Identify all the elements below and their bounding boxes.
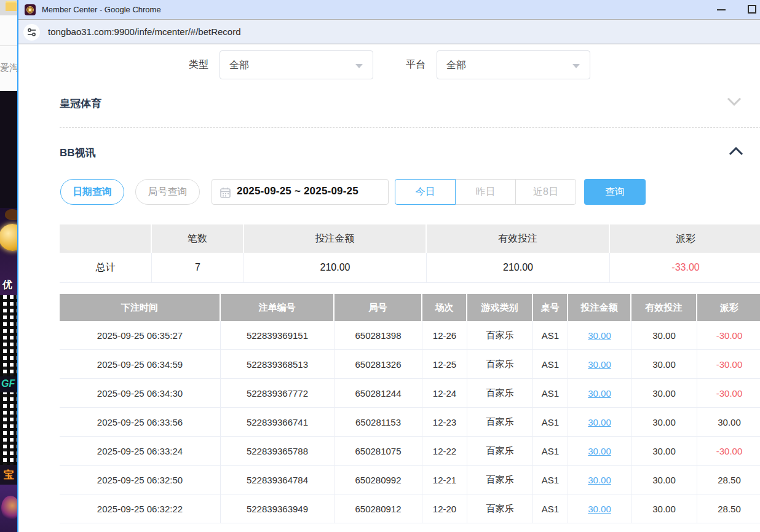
poker-chip-icon [26,6,34,14]
qr-caption-fragment-2: 宝 [0,465,17,485]
round-query-tab[interactable]: 局号查询 [135,179,200,205]
banner-text: 优 [2,279,12,292]
chevron-down-icon[interactable] [727,97,742,106]
qr-caption-text-2: 宝 [4,468,14,482]
type-filter-select[interactable]: 全部 [220,50,373,79]
summary-count-value: 7 [152,253,244,283]
date-query-tab[interactable]: 日期查询 [60,179,124,205]
cell-round-no: 650281244 [334,379,422,408]
site-settings-button[interactable] [23,24,40,41]
bet-amount-link[interactable]: 30.00 [588,359,611,370]
cell-table-no: AS1 [533,494,568,523]
cell-bet-time: 2025-09-25 06:34:30 [60,379,221,408]
yesterday-button[interactable]: 昨日 [455,179,516,205]
header-round-no: 局号 [334,294,422,321]
cell-valid-bet: 30.00 [631,466,697,494]
chevron-up-icon[interactable] [729,147,743,156]
search-button[interactable]: 查询 [584,179,646,205]
type-filter-label: 类型 [189,58,208,71]
quick-date-group: 今日 昨日 近8日 [395,179,576,205]
cell-valid-bet: 30.00 [631,494,697,523]
type-filter-value: 全部 [229,60,249,70]
cell-order-no: 522839363949 [221,494,334,523]
cell-round-no: 650280992 [334,466,422,494]
header-order-no: 注单编号 [221,294,334,321]
cell-table-no: AS1 [533,350,568,379]
cell-round-no: 650281398 [334,321,422,350]
cell-bet-amount: 30.00 [568,466,631,494]
cell-session: 12-24 [422,379,467,408]
platform-filter-value: 全部 [446,60,466,70]
chevron-down-icon [355,64,363,68]
table-row: 2025-09-25 06:34:59522839368513650281326… [60,350,760,379]
bet-amount-link[interactable]: 30.00 [588,504,611,514]
gold-coin-graphic [0,224,17,251]
address-bar[interactable]: tongbao31.com:9900/infe/mcenter/#/betRec… [18,20,760,44]
qr-code-fragment [0,295,17,376]
cell-bet-amount: 30.00 [568,408,631,437]
desktop-shop-text: 爱淘 [0,62,17,74]
summary-header-count: 笔数 [152,224,244,253]
today-button[interactable]: 今日 [395,179,456,205]
cell-bet-amount: 30.00 [568,350,631,379]
cell-bet-time: 2025-09-25 06:33:24 [60,437,221,466]
cell-payout: -30.00 [697,321,760,350]
cell-payout: -30.00 [697,350,760,379]
bet-record-page: 类型 全部 平台 全部 皇冠体育 BB视讯 日期查询 局号查询 [18,44,760,532]
bet-amount-link[interactable]: 30.00 [588,475,611,485]
summary-header-row: 笔数 投注金额 有效投注 派彩 [60,224,760,253]
header-payout: 派彩 [697,294,760,321]
cell-game-type: 百家乐 [467,494,533,523]
section-bb-video: BB视讯 [60,146,96,160]
minimize-button[interactable] [712,0,730,18]
summary-table: 笔数 投注金额 有效投注 派彩 总计 7 210.00 210.00 -33.0… [60,224,760,283]
cell-table-no: AS1 [533,379,568,408]
neon-graphic [1,496,17,520]
qr-caption-fragment: GF [0,376,17,392]
cell-payout: -30.00 [697,379,760,408]
folder-icon [6,1,17,11]
table-row: 2025-09-25 06:34:30522839367772650281244… [60,379,760,408]
cell-bet-amount: 30.00 [568,321,631,350]
cell-round-no: 650281075 [334,437,422,466]
url-text[interactable]: tongbao31.com:9900/infe/mcenter/#/betRec… [48,26,241,37]
table-row: 2025-09-25 06:32:50522839364784650280992… [60,466,760,494]
cell-valid-bet: 30.00 [631,437,697,466]
bet-amount-link[interactable]: 30.00 [588,388,611,399]
cell-game-type: 百家乐 [467,350,533,379]
bet-amount-link[interactable]: 30.00 [588,417,611,427]
cell-order-no: 522839364784 [221,466,334,494]
divider [0,46,17,46]
platform-filter-select[interactable]: 全部 [437,50,590,79]
window-titlebar[interactable]: Member Center - Google Chrome [18,0,760,20]
date-range-value: 2025-09-25 ~ 2025-09-25 [237,185,358,197]
desktop-background: 爱淘 优 GF 宝 [0,0,17,532]
bet-amount-link[interactable]: 30.00 [588,330,611,341]
cell-bet-amount: 30.00 [568,437,631,466]
summary-header-valid-bet: 有效投注 [427,224,610,253]
cell-valid-bet: 30.00 [631,408,697,437]
last8days-button[interactable]: 近8日 [515,179,576,205]
date-range-picker[interactable]: 2025-09-25 ~ 2025-09-25 [212,179,389,205]
cell-valid-bet: 30.00 [631,379,697,408]
maximize-icon [748,5,756,14]
header-session: 场次 [422,294,467,321]
cell-game-type: 百家乐 [467,321,533,350]
section-divider [60,127,760,128]
cell-table-no: AS1 [533,466,568,494]
chevron-down-icon [572,64,580,68]
cell-table-no: AS1 [533,437,568,466]
desktop-page-fragment: 爱淘 [0,15,17,91]
cell-bet-time: 2025-09-25 06:34:59 [60,350,221,379]
cell-payout: 28.50 [697,494,760,523]
platform-filter-label: 平台 [406,58,426,71]
cell-bet-time: 2025-09-25 06:35:27 [60,321,221,350]
summary-header-blank [60,224,152,253]
minimize-icon [717,9,726,10]
maximize-button[interactable] [743,0,760,18]
desktop-dark-fragment [0,91,17,208]
qr-code-fragment-2 [0,392,17,465]
cell-payout: 30.00 [697,408,760,437]
bet-amount-link[interactable]: 30.00 [588,446,611,456]
desktop-purple-fragment [0,485,17,532]
